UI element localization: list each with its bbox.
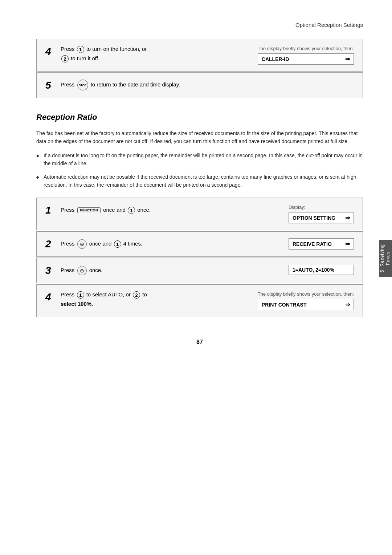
reception-ratio-steps: 1 Press FUNCTION once and 1 once. Displa… — [36, 198, 363, 317]
top-step4-line2: 2 to turn it off. — [61, 55, 250, 62]
page-number: 87 — [36, 339, 363, 345]
top-step4-display-text: CALLER-ID — [262, 56, 289, 62]
top-step4-circle1: 1 — [77, 46, 84, 53]
rr-step1-content: Press FUNCTION once and 1 once. — [61, 207, 281, 214]
rr-step4-content: Press 1 to select AUTO, or 2 to select 1… — [61, 291, 250, 307]
function-button-icon: FUNCTION — [77, 207, 101, 213]
top-step4-text3: to turn it off. — [71, 55, 99, 61]
rr-step2-text2: once and — [89, 240, 112, 247]
rr-step1-display-text: OPTION SETTING — [293, 215, 335, 221]
top-step5-box: 5 Press STOP to return to the date and t… — [36, 73, 363, 98]
rr-step4-number: 4 — [45, 291, 56, 303]
rr-step4-display-label: The display briefly shows your selection… — [258, 291, 354, 297]
rr-step4-circle1: 1 — [77, 291, 84, 299]
rr-step1-box: 1 Press FUNCTION once and 1 once. Displa… — [36, 198, 363, 230]
rr-step4-box: 4 Press 1 to select AUTO, or 2 to select… — [36, 284, 363, 317]
rr-step3-display: 1=AUTO, 2=100% — [281, 265, 354, 275]
reception-ratio-body: The fax has been set at the factory to a… — [36, 129, 363, 146]
top-step4-display-arrow: ⇒ — [345, 56, 350, 62]
rr-step1-number: 1 — [45, 204, 56, 216]
rr-step3-text2: once. — [89, 267, 103, 273]
rr-step4-text4: select 100%. — [61, 301, 93, 307]
rr-step4-text3: to — [142, 291, 147, 297]
top-step4-circle2: 2 — [61, 55, 69, 62]
bullet-item-1: If a document is too long to fit on the … — [36, 151, 363, 168]
top-step4-box: 4 Press 1 to turn on the function, or 2 … — [36, 39, 363, 72]
rr-step4-line2: select 100%. — [61, 301, 250, 307]
top-step4-number: 4 — [45, 46, 56, 57]
top-step4-display-label: The display briefly shows your selection… — [258, 46, 354, 51]
bullet-item-2: Automatic reduction may not be possible … — [36, 173, 363, 189]
top-step4-press: Press — [61, 46, 74, 52]
rr-step4-display-text: PRINT CONTRAST — [262, 302, 307, 308]
side-tab: 5. ReceivingFaxes — [379, 240, 392, 277]
rr-step4-display-box: PRINT CONTRAST ⇒ — [258, 299, 354, 310]
nav-button-icon-2: ⊖ — [77, 239, 87, 249]
top-step5-content: Press STOP to return to the date and tim… — [61, 80, 354, 90]
rr-step2-display-text: RECEIVE RATIO — [293, 241, 332, 247]
rr-step3-box: 3 Press ⊖ once. 1=AUTO, 2=100% — [36, 258, 363, 283]
rr-step3-number: 3 — [45, 265, 56, 276]
side-tab-text: 5. ReceivingFaxes — [380, 244, 391, 272]
rr-step3-content: Press ⊖ once. — [61, 266, 281, 275]
reception-ratio-heading: Reception Ratio — [36, 113, 363, 122]
top-step4-text2: to turn on the function, or — [86, 46, 147, 52]
rr-step2-display-box: RECEIVE RATIO ⇒ — [289, 238, 354, 250]
rr-step1-circle1: 1 — [128, 207, 135, 214]
rr-step4-text2: to select AUTO, or — [86, 291, 131, 297]
top-step4-content: Press 1 to turn on the function, or 2 to… — [61, 46, 250, 62]
section-title: Optional Reception Settings — [36, 22, 363, 28]
top-step5-press: Press — [61, 81, 74, 88]
rr-step4-line1: Press 1 to select AUTO, or 2 to — [61, 291, 250, 299]
rr-step2-press: Press — [61, 240, 74, 247]
rr-step1-display-box: OPTION SETTING ⇒ — [289, 212, 354, 223]
page: Optional Reception Settings 4 Press 1 to… — [0, 0, 392, 555]
rr-step3-press: Press — [61, 267, 74, 273]
rr-step4-circle2: 2 — [133, 291, 140, 299]
rr-step2-display-arrow: ⇒ — [345, 240, 350, 247]
nav-button-icon-3: ⊖ — [77, 266, 87, 275]
rr-step1-display-arrow: ⇒ — [345, 214, 350, 221]
stop-button-icon: STOP — [77, 80, 88, 90]
rr-step2-circle1: 1 — [114, 240, 121, 248]
rr-step2-text3: 4 times. — [123, 240, 143, 247]
top-step4-display: The display briefly shows your selection… — [250, 46, 354, 65]
rr-step2-number: 2 — [45, 238, 56, 250]
rr-step2-content: Press ⊖ once and 1 4 times. — [61, 239, 281, 249]
top-steps-container: 4 Press 1 to turn on the function, or 2 … — [36, 39, 363, 98]
top-step4-display-box: CALLER-ID ⇒ — [258, 53, 354, 65]
rr-step1-display-label: Display: — [289, 204, 354, 210]
rr-step4-press: Press — [61, 291, 74, 297]
top-step5-text2: to return to the date and time display. — [91, 81, 180, 88]
top-step4-line1: Press 1 to turn on the function, or — [61, 46, 250, 53]
rr-step3-display-box: 1=AUTO, 2=100% — [289, 265, 354, 275]
rr-step2-display: RECEIVE RATIO ⇒ — [281, 238, 354, 250]
bullet-list: If a document is too long to fit on the … — [36, 151, 363, 189]
rr-step1-press: Press — [61, 207, 74, 213]
rr-step4-display: The display briefly shows your selection… — [250, 291, 354, 310]
top-step5-number: 5 — [45, 80, 56, 91]
rr-step4-display-arrow: ⇒ — [345, 301, 350, 308]
rr-step3-display-text: 1=AUTO, 2=100% — [293, 267, 334, 273]
rr-step1-display: Display: OPTION SETTING ⇒ — [281, 204, 354, 223]
rr-step1-text2: once and — [103, 207, 126, 213]
rr-step2-box: 2 Press ⊖ once and 1 4 times. RECEIVE RA… — [36, 231, 363, 257]
rr-step1-text3: once. — [137, 207, 151, 213]
